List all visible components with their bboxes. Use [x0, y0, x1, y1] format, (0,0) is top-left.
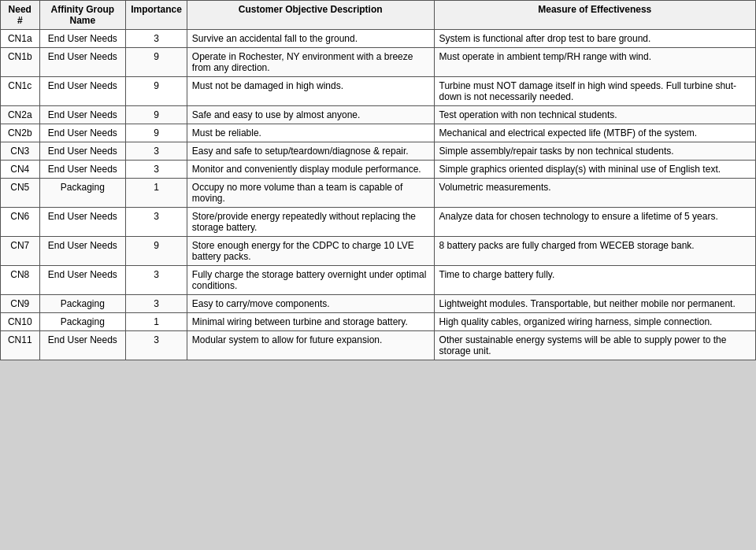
- table-row: CN6End User Needs3Store/provide energy r…: [1, 208, 756, 237]
- cell-importance: 3: [126, 266, 187, 295]
- cell-affinity: Packaging: [39, 313, 126, 331]
- cell-measure: Simple assembly/repair tasks by non tech…: [434, 142, 755, 161]
- cell-importance: 9: [126, 106, 187, 124]
- cell-affinity: Packaging: [39, 295, 126, 313]
- table-row: CN1cEnd User Needs9Must not be damaged i…: [1, 77, 756, 106]
- cell-affinity: End User Needs: [39, 266, 126, 295]
- cell-affinity: End User Needs: [39, 48, 126, 77]
- table-row: CN2bEnd User Needs9Must be reliable.Mech…: [1, 124, 756, 142]
- cell-importance: 3: [126, 30, 187, 48]
- main-container: Need # Affinity Group Name Importance Cu…: [0, 0, 756, 360]
- cell-measure: Time to charge battery fully.: [434, 266, 755, 295]
- cell-objective: Store enough energy for the CDPC to char…: [187, 237, 434, 266]
- cell-need: CN9: [1, 295, 40, 313]
- cell-objective: Easy to carry/move components.: [187, 295, 434, 313]
- cell-need: CN2a: [1, 106, 40, 124]
- cell-need: CN2b: [1, 124, 40, 142]
- cell-need: CN1b: [1, 48, 40, 77]
- cell-importance: 3: [126, 331, 187, 360]
- cell-affinity: End User Needs: [39, 237, 126, 266]
- cell-need: CN1c: [1, 77, 40, 106]
- cell-importance: 3: [126, 142, 187, 161]
- cell-objective: Monitor and conveniently display module …: [187, 161, 434, 179]
- cell-objective: Fully charge the storage battery overnig…: [187, 266, 434, 295]
- header-objective: Customer Objective Description: [187, 1, 434, 30]
- cell-objective: Must be reliable.: [187, 124, 434, 142]
- cell-affinity: End User Needs: [39, 30, 126, 48]
- cell-objective: Minimal wiring between turbine and stora…: [187, 313, 434, 331]
- cell-need: CN7: [1, 237, 40, 266]
- cell-objective: Safe and easy to use by almost anyone.: [187, 106, 434, 124]
- cell-importance: 1: [126, 313, 187, 331]
- cell-measure: System is functional after drop test to …: [434, 30, 755, 48]
- cell-need: CN1a: [1, 30, 40, 48]
- cell-importance: 9: [126, 77, 187, 106]
- requirements-table: Need # Affinity Group Name Importance Cu…: [0, 0, 756, 360]
- cell-measure: Lightweight modules. Transportable, but …: [434, 295, 755, 313]
- cell-objective: Store/provide energy repeatedly without …: [187, 208, 434, 237]
- header-importance: Importance: [126, 1, 187, 30]
- cell-measure: 8 battery packs are fully charged from W…: [434, 237, 755, 266]
- cell-measure: Mechanical and electrical expected life …: [434, 124, 755, 142]
- cell-importance: 3: [126, 208, 187, 237]
- cell-objective: Modular system to allow for future expan…: [187, 331, 434, 360]
- cell-affinity: End User Needs: [39, 77, 126, 106]
- cell-need: CN11: [1, 331, 40, 360]
- table-row: CN2aEnd User Needs9Safe and easy to use …: [1, 106, 756, 124]
- cell-need: CN4: [1, 161, 40, 179]
- header-measure: Measure of Effectiveness: [434, 1, 755, 30]
- cell-measure: Must operate in ambient temp/RH range wi…: [434, 48, 755, 77]
- cell-affinity: Packaging: [39, 179, 126, 208]
- cell-importance: 1: [126, 179, 187, 208]
- table-row: CN7End User Needs9Store enough energy fo…: [1, 237, 756, 266]
- table-row: CN8End User Needs3Fully charge the stora…: [1, 266, 756, 295]
- cell-objective: Occupy no more volume than a team is cap…: [187, 179, 434, 208]
- cell-need: CN6: [1, 208, 40, 237]
- table-row: CN1bEnd User Needs9Operate in Rochester,…: [1, 48, 756, 77]
- cell-objective: Survive an accidental fall to the ground…: [187, 30, 434, 48]
- cell-affinity: End User Needs: [39, 331, 126, 360]
- table-row: CN4End User Needs3Monitor and convenient…: [1, 161, 756, 179]
- cell-objective: Operate in Rochester, NY environment wit…: [187, 48, 434, 77]
- cell-need: CN5: [1, 179, 40, 208]
- cell-objective: Must not be damaged in high winds.: [187, 77, 434, 106]
- cell-measure: Other sustainable energy systems will be…: [434, 331, 755, 360]
- cell-measure: Turbine must NOT damage itself in high w…: [434, 77, 755, 106]
- cell-measure: Analyze data for chosen technology to en…: [434, 208, 755, 237]
- cell-affinity: End User Needs: [39, 106, 126, 124]
- cell-need: CN10: [1, 313, 40, 331]
- cell-objective: Easy and safe to setup/teardown/diagnose…: [187, 142, 434, 161]
- cell-affinity: End User Needs: [39, 208, 126, 237]
- cell-affinity: End User Needs: [39, 124, 126, 142]
- cell-importance: 9: [126, 124, 187, 142]
- table-row: CN10Packaging1Minimal wiring between tur…: [1, 313, 756, 331]
- cell-affinity: End User Needs: [39, 142, 126, 161]
- cell-importance: 3: [126, 295, 187, 313]
- cell-need: CN8: [1, 266, 40, 295]
- table-row: CN3End User Needs3Easy and safe to setup…: [1, 142, 756, 161]
- table-row: CN9Packaging3Easy to carry/move componen…: [1, 295, 756, 313]
- cell-importance: 3: [126, 161, 187, 179]
- cell-importance: 9: [126, 48, 187, 77]
- cell-need: CN3: [1, 142, 40, 161]
- cell-importance: 9: [126, 237, 187, 266]
- header-affinity: Affinity Group Name: [39, 1, 126, 30]
- cell-measure: Volumetric measurements.: [434, 179, 755, 208]
- header-need: Need #: [1, 1, 40, 30]
- table-row: CN11End User Needs3Modular system to all…: [1, 331, 756, 360]
- cell-affinity: End User Needs: [39, 161, 126, 179]
- cell-measure: Simple graphics oriented display(s) with…: [434, 161, 755, 179]
- cell-measure: High quality cables, organized wiring ha…: [434, 313, 755, 331]
- table-row: CN5Packaging1Occupy no more volume than …: [1, 179, 756, 208]
- table-row: CN1aEnd User Needs3Survive an accidental…: [1, 30, 756, 48]
- cell-measure: Test operation with non technical studen…: [434, 106, 755, 124]
